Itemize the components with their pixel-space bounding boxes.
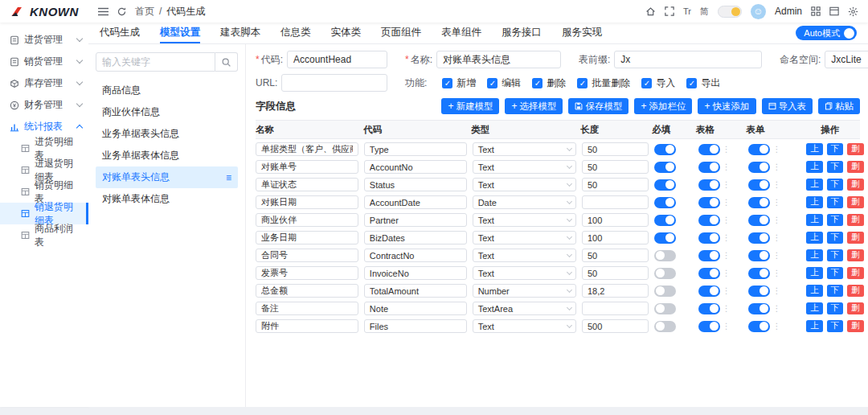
move-up-button[interactable]: 上移 <box>806 196 823 208</box>
move-up-button[interactable]: 上移 <box>806 302 823 314</box>
more-options-icon[interactable]: ⋮ <box>772 163 780 171</box>
move-up-button[interactable]: 上移 <box>806 232 823 244</box>
form-toggle[interactable] <box>748 162 770 173</box>
field-name-input[interactable] <box>256 249 358 262</box>
more-options-icon[interactable]: ⋮ <box>723 199 731 207</box>
move-up-button[interactable]: 上移 <box>806 285 823 297</box>
grid-toggle[interactable] <box>698 232 720 244</box>
field-type-select[interactable]: TextArea <box>473 302 576 315</box>
field-name-input[interactable] <box>256 213 358 227</box>
快速添加-button[interactable]: +快速添加 <box>698 98 755 114</box>
field-name-input[interactable] <box>256 302 358 315</box>
move-up-button[interactable]: 上移 <box>806 161 823 173</box>
grid-toggle[interactable] <box>698 286 720 297</box>
more-options-icon[interactable]: ⋮ <box>723 181 731 189</box>
name-field[interactable] <box>436 51 561 68</box>
more-options-icon[interactable]: ⋮ <box>723 305 731 313</box>
delete-button[interactable]: 删除 <box>847 249 864 261</box>
move-up-button[interactable]: 上移 <box>806 214 823 226</box>
field-code-input[interactable] <box>364 266 467 280</box>
field-code-input[interactable] <box>364 319 467 333</box>
more-options-icon[interactable]: ⋮ <box>723 269 731 277</box>
field-name-input[interactable] <box>256 160 358 174</box>
breadcrumb-home[interactable]: 首页 <box>135 5 154 18</box>
field-name-input[interactable] <box>256 266 358 280</box>
form-toggle[interactable] <box>748 303 770 314</box>
model-list-item[interactable]: 业务单据表体信息 <box>96 145 238 166</box>
field-type-select[interactable]: Number <box>473 284 576 298</box>
field-type-select[interactable]: Text <box>473 213 576 227</box>
field-length-input[interactable] <box>582 142 649 156</box>
tab-模型设置[interactable]: 模型设置 <box>160 23 200 43</box>
model-list-item[interactable]: 商业伙伴信息 <box>96 101 238 123</box>
translate-icon[interactable]: Tr <box>683 6 691 16</box>
新建模型-button[interactable]: +新建模型 <box>441 98 499 114</box>
tab-实体类[interactable]: 实体类 <box>331 23 362 43</box>
field-code-input[interactable] <box>364 195 467 209</box>
field-length-input[interactable] <box>582 302 649 315</box>
settings-gear-icon[interactable] <box>848 6 858 17</box>
drag-handle-icon[interactable]: ≡ <box>226 172 231 183</box>
move-down-button[interactable]: 下移 <box>827 285 844 297</box>
namespace-field[interactable] <box>825 51 868 68</box>
field-length-input[interactable] <box>582 160 649 174</box>
required-toggle[interactable] <box>654 286 676 297</box>
form-toggle[interactable] <box>748 250 770 261</box>
field-type-select[interactable]: Text <box>473 231 576 244</box>
field-name-input[interactable] <box>256 319 358 333</box>
feature-checkbox-导出[interactable]: ✓导出 <box>686 76 720 90</box>
more-options-icon[interactable]: ⋮ <box>772 323 780 331</box>
sidebar-item-财务管理[interactable]: 财务管理 <box>0 94 88 116</box>
more-options-icon[interactable]: ⋮ <box>723 163 731 171</box>
field-name-input[interactable] <box>256 284 358 298</box>
theme-toggle[interactable] <box>718 6 742 18</box>
more-options-icon[interactable]: ⋮ <box>723 323 731 331</box>
field-type-select[interactable]: Date <box>473 195 576 209</box>
move-up-button[interactable]: 上移 <box>806 249 823 261</box>
form-toggle[interactable] <box>748 286 770 297</box>
move-down-button[interactable]: 下移 <box>827 214 844 226</box>
home-icon[interactable] <box>645 6 656 17</box>
field-type-select[interactable]: Text <box>473 266 576 280</box>
move-down-button[interactable]: 下移 <box>827 161 844 173</box>
avatar[interactable]: ☺ <box>751 4 766 19</box>
field-length-input[interactable] <box>582 213 649 227</box>
code-field[interactable] <box>287 51 387 68</box>
prefix-field[interactable] <box>614 51 762 68</box>
layout-icon[interactable] <box>829 6 839 16</box>
grid-toggle[interactable] <box>698 215 720 226</box>
field-length-input[interactable] <box>582 249 649 262</box>
field-type-select[interactable]: Text <box>473 160 576 174</box>
delete-button[interactable]: 删除 <box>847 214 864 226</box>
tab-页面组件[interactable]: 页面组件 <box>381 23 421 43</box>
field-type-select[interactable]: Text <box>473 142 576 156</box>
field-code-input[interactable] <box>364 178 467 191</box>
required-toggle[interactable] <box>654 268 676 279</box>
auto-mode-toggle[interactable]: Auto模式 <box>796 26 857 40</box>
grid-toggle[interactable] <box>698 197 720 208</box>
more-options-icon[interactable]: ⋮ <box>723 252 731 260</box>
field-code-input[interactable] <box>364 249 467 262</box>
move-down-button[interactable]: 下移 <box>827 196 844 208</box>
grid-toggle[interactable] <box>698 179 720 191</box>
form-toggle[interactable] <box>748 321 770 332</box>
move-down-button[interactable]: 下移 <box>827 232 844 244</box>
more-options-icon[interactable]: ⋮ <box>772 269 780 277</box>
粘贴-button[interactable]: 粘贴 <box>818 98 860 114</box>
feature-checkbox-编辑[interactable]: ✓编辑 <box>487 76 521 90</box>
field-type-select[interactable]: Text <box>473 319 576 333</box>
delete-button[interactable]: 删除 <box>847 285 864 297</box>
more-options-icon[interactable]: ⋮ <box>772 252 780 260</box>
required-toggle[interactable] <box>654 303 676 314</box>
field-length-input[interactable] <box>582 231 649 244</box>
delete-button[interactable]: 删除 <box>847 143 864 155</box>
required-toggle[interactable] <box>654 250 676 261</box>
apps-grid-icon[interactable] <box>811 6 821 16</box>
language-icon[interactable]: 简 <box>700 6 709 18</box>
保存模型-button[interactable]: 保存模型 <box>568 98 628 114</box>
form-toggle[interactable] <box>748 179 770 191</box>
fullscreen-icon[interactable] <box>665 6 674 16</box>
form-toggle[interactable] <box>748 144 770 155</box>
field-length-input[interactable] <box>582 319 649 333</box>
sidebar-item-库存管理[interactable]: 库存管理 <box>0 72 88 94</box>
